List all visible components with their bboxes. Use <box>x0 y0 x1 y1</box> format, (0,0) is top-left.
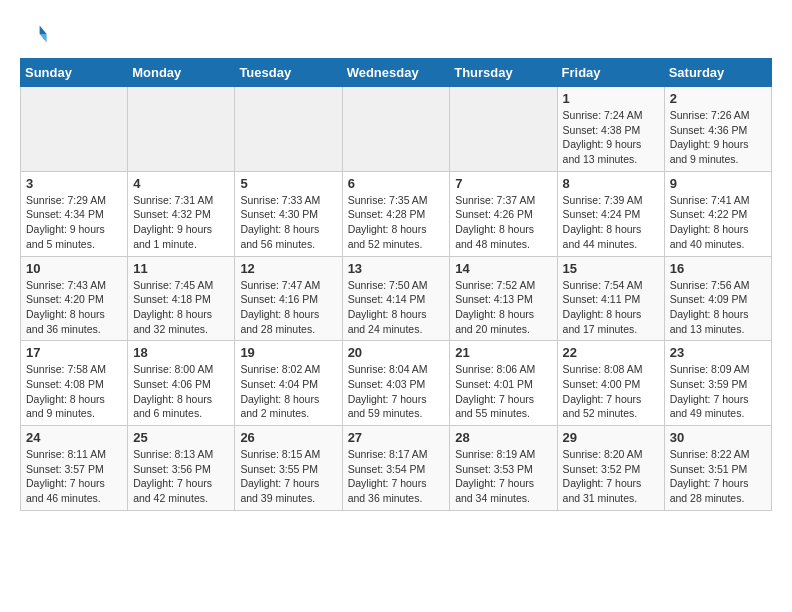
day-of-week-header: Saturday <box>664 59 771 87</box>
calendar-cell: 30Sunrise: 8:22 AM Sunset: 3:51 PM Dayli… <box>664 426 771 511</box>
calendar-cell: 14Sunrise: 7:52 AM Sunset: 4:13 PM Dayli… <box>450 256 557 341</box>
calendar-cell: 28Sunrise: 8:19 AM Sunset: 3:53 PM Dayli… <box>450 426 557 511</box>
day-info: Sunrise: 8:06 AM Sunset: 4:01 PM Dayligh… <box>455 362 551 421</box>
day-info: Sunrise: 8:09 AM Sunset: 3:59 PM Dayligh… <box>670 362 766 421</box>
day-number: 30 <box>670 430 766 445</box>
day-info: Sunrise: 8:19 AM Sunset: 3:53 PM Dayligh… <box>455 447 551 506</box>
calendar-week-row: 24Sunrise: 8:11 AM Sunset: 3:57 PM Dayli… <box>21 426 772 511</box>
calendar-cell: 10Sunrise: 7:43 AM Sunset: 4:20 PM Dayli… <box>21 256 128 341</box>
calendar-cell: 4Sunrise: 7:31 AM Sunset: 4:32 PM Daylig… <box>128 171 235 256</box>
day-number: 23 <box>670 345 766 360</box>
day-number: 19 <box>240 345 336 360</box>
calendar-cell: 17Sunrise: 7:58 AM Sunset: 4:08 PM Dayli… <box>21 341 128 426</box>
day-info: Sunrise: 7:52 AM Sunset: 4:13 PM Dayligh… <box>455 278 551 337</box>
day-number: 16 <box>670 261 766 276</box>
calendar-cell <box>342 87 450 172</box>
day-of-week-header: Sunday <box>21 59 128 87</box>
calendar-cell: 24Sunrise: 8:11 AM Sunset: 3:57 PM Dayli… <box>21 426 128 511</box>
calendar-table: SundayMondayTuesdayWednesdayThursdayFrid… <box>20 58 772 511</box>
calendar-cell <box>128 87 235 172</box>
day-info: Sunrise: 8:17 AM Sunset: 3:54 PM Dayligh… <box>348 447 445 506</box>
day-info: Sunrise: 7:50 AM Sunset: 4:14 PM Dayligh… <box>348 278 445 337</box>
day-info: Sunrise: 8:22 AM Sunset: 3:51 PM Dayligh… <box>670 447 766 506</box>
day-info: Sunrise: 7:29 AM Sunset: 4:34 PM Dayligh… <box>26 193 122 252</box>
day-info: Sunrise: 8:02 AM Sunset: 4:04 PM Dayligh… <box>240 362 336 421</box>
calendar-cell <box>21 87 128 172</box>
calendar-cell <box>450 87 557 172</box>
calendar-cell: 15Sunrise: 7:54 AM Sunset: 4:11 PM Dayli… <box>557 256 664 341</box>
calendar-cell: 21Sunrise: 8:06 AM Sunset: 4:01 PM Dayli… <box>450 341 557 426</box>
day-info: Sunrise: 7:43 AM Sunset: 4:20 PM Dayligh… <box>26 278 122 337</box>
calendar-cell: 20Sunrise: 8:04 AM Sunset: 4:03 PM Dayli… <box>342 341 450 426</box>
day-number: 7 <box>455 176 551 191</box>
day-number: 24 <box>26 430 122 445</box>
calendar-cell: 5Sunrise: 7:33 AM Sunset: 4:30 PM Daylig… <box>235 171 342 256</box>
calendar-cell: 18Sunrise: 8:00 AM Sunset: 4:06 PM Dayli… <box>128 341 235 426</box>
calendar-cell: 19Sunrise: 8:02 AM Sunset: 4:04 PM Dayli… <box>235 341 342 426</box>
day-number: 20 <box>348 345 445 360</box>
calendar-week-row: 1Sunrise: 7:24 AM Sunset: 4:38 PM Daylig… <box>21 87 772 172</box>
day-info: Sunrise: 7:45 AM Sunset: 4:18 PM Dayligh… <box>133 278 229 337</box>
calendar-cell <box>235 87 342 172</box>
calendar-week-row: 10Sunrise: 7:43 AM Sunset: 4:20 PM Dayli… <box>21 256 772 341</box>
day-of-week-header: Monday <box>128 59 235 87</box>
calendar-cell: 1Sunrise: 7:24 AM Sunset: 4:38 PM Daylig… <box>557 87 664 172</box>
calendar-cell: 16Sunrise: 7:56 AM Sunset: 4:09 PM Dayli… <box>664 256 771 341</box>
calendar-cell: 6Sunrise: 7:35 AM Sunset: 4:28 PM Daylig… <box>342 171 450 256</box>
day-info: Sunrise: 8:11 AM Sunset: 3:57 PM Dayligh… <box>26 447 122 506</box>
day-info: Sunrise: 7:26 AM Sunset: 4:36 PM Dayligh… <box>670 108 766 167</box>
day-info: Sunrise: 7:33 AM Sunset: 4:30 PM Dayligh… <box>240 193 336 252</box>
calendar-cell: 2Sunrise: 7:26 AM Sunset: 4:36 PM Daylig… <box>664 87 771 172</box>
day-number: 22 <box>563 345 659 360</box>
day-number: 15 <box>563 261 659 276</box>
day-of-week-header: Wednesday <box>342 59 450 87</box>
day-number: 12 <box>240 261 336 276</box>
day-number: 1 <box>563 91 659 106</box>
day-number: 9 <box>670 176 766 191</box>
day-number: 28 <box>455 430 551 445</box>
calendar-week-row: 3Sunrise: 7:29 AM Sunset: 4:34 PM Daylig… <box>21 171 772 256</box>
day-number: 21 <box>455 345 551 360</box>
calendar-header-row: SundayMondayTuesdayWednesdayThursdayFrid… <box>21 59 772 87</box>
day-info: Sunrise: 7:58 AM Sunset: 4:08 PM Dayligh… <box>26 362 122 421</box>
day-info: Sunrise: 8:15 AM Sunset: 3:55 PM Dayligh… <box>240 447 336 506</box>
page-header <box>20 20 772 48</box>
logo <box>20 20 52 48</box>
calendar-cell: 26Sunrise: 8:15 AM Sunset: 3:55 PM Dayli… <box>235 426 342 511</box>
day-number: 4 <box>133 176 229 191</box>
day-info: Sunrise: 7:41 AM Sunset: 4:22 PM Dayligh… <box>670 193 766 252</box>
day-number: 25 <box>133 430 229 445</box>
day-of-week-header: Tuesday <box>235 59 342 87</box>
day-number: 13 <box>348 261 445 276</box>
svg-marker-1 <box>40 34 47 42</box>
day-number: 17 <box>26 345 122 360</box>
day-info: Sunrise: 7:39 AM Sunset: 4:24 PM Dayligh… <box>563 193 659 252</box>
calendar-cell: 27Sunrise: 8:17 AM Sunset: 3:54 PM Dayli… <box>342 426 450 511</box>
day-info: Sunrise: 7:56 AM Sunset: 4:09 PM Dayligh… <box>670 278 766 337</box>
calendar-cell: 29Sunrise: 8:20 AM Sunset: 3:52 PM Dayli… <box>557 426 664 511</box>
day-number: 14 <box>455 261 551 276</box>
calendar-cell: 22Sunrise: 8:08 AM Sunset: 4:00 PM Dayli… <box>557 341 664 426</box>
calendar-cell: 25Sunrise: 8:13 AM Sunset: 3:56 PM Dayli… <box>128 426 235 511</box>
calendar-cell: 7Sunrise: 7:37 AM Sunset: 4:26 PM Daylig… <box>450 171 557 256</box>
day-info: Sunrise: 7:54 AM Sunset: 4:11 PM Dayligh… <box>563 278 659 337</box>
day-info: Sunrise: 7:24 AM Sunset: 4:38 PM Dayligh… <box>563 108 659 167</box>
calendar-cell: 3Sunrise: 7:29 AM Sunset: 4:34 PM Daylig… <box>21 171 128 256</box>
day-number: 2 <box>670 91 766 106</box>
calendar-cell: 23Sunrise: 8:09 AM Sunset: 3:59 PM Dayli… <box>664 341 771 426</box>
day-info: Sunrise: 8:08 AM Sunset: 4:00 PM Dayligh… <box>563 362 659 421</box>
day-number: 29 <box>563 430 659 445</box>
day-info: Sunrise: 7:31 AM Sunset: 4:32 PM Dayligh… <box>133 193 229 252</box>
day-info: Sunrise: 8:20 AM Sunset: 3:52 PM Dayligh… <box>563 447 659 506</box>
day-info: Sunrise: 8:13 AM Sunset: 3:56 PM Dayligh… <box>133 447 229 506</box>
day-number: 5 <box>240 176 336 191</box>
calendar-cell: 9Sunrise: 7:41 AM Sunset: 4:22 PM Daylig… <box>664 171 771 256</box>
day-number: 8 <box>563 176 659 191</box>
logo-icon <box>20 20 48 48</box>
day-info: Sunrise: 7:37 AM Sunset: 4:26 PM Dayligh… <box>455 193 551 252</box>
calendar-week-row: 17Sunrise: 7:58 AM Sunset: 4:08 PM Dayli… <box>21 341 772 426</box>
day-number: 18 <box>133 345 229 360</box>
calendar-cell: 12Sunrise: 7:47 AM Sunset: 4:16 PM Dayli… <box>235 256 342 341</box>
day-info: Sunrise: 7:47 AM Sunset: 4:16 PM Dayligh… <box>240 278 336 337</box>
day-of-week-header: Friday <box>557 59 664 87</box>
